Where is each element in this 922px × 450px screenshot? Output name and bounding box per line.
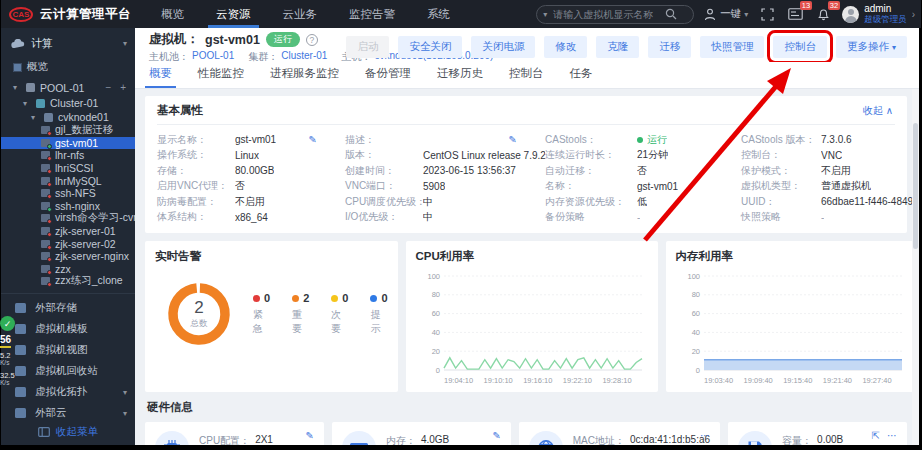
alarm-notifications-button[interactable]: 32	[814, 5, 832, 23]
expand-caret-icon[interactable]: ▾	[123, 409, 135, 418]
sidebar-item-overview[interactable]: 概览	[1, 57, 135, 77]
vm-tree-item[interactable]: zjk-server-02	[1, 237, 135, 250]
vm-icon	[41, 277, 50, 285]
vm-tree-item[interactable]: zjk-server-01	[1, 225, 135, 238]
expand-caret-icon[interactable]: ▾	[23, 99, 31, 108]
menu-item-概览[interactable]: 概览	[145, 0, 200, 28]
action-button-关闭电源[interactable]: 关闭电源	[471, 36, 535, 58]
property-row: VNC端口：5908	[345, 179, 545, 195]
search-scope-caret-icon[interactable]: ▾	[543, 10, 547, 19]
vm-tree-item[interactable]: ssh-nginx	[1, 200, 135, 213]
edit-pencil-icon[interactable]: ✎	[309, 134, 317, 145]
sidebar-item-虚拟机回收站[interactable]: 虚拟机回收站	[1, 361, 135, 382]
network-card[interactable]: MAC地址：0c:da:41:1d:b5:a6 IPv4地址：192.168.0…	[519, 422, 720, 445]
menu-item-云业务[interactable]: 云业务	[267, 0, 334, 28]
more-actions-icon[interactable]: ⋯	[700, 430, 710, 441]
vm-tree-item[interactable]: lhriSCSI	[1, 162, 135, 175]
tab-备份管理[interactable]: 备份管理	[365, 66, 411, 88]
sidebar-item-外部云[interactable]: 外部云▾	[1, 403, 135, 424]
collapse-menu-button[interactable]: 收起菜单	[1, 425, 135, 439]
action-button-更多操作[interactable]: 更多操作▾	[836, 36, 907, 58]
tab-任务[interactable]: 任务	[570, 66, 593, 88]
compute-section-header[interactable]: 计算 ▾	[1, 28, 135, 57]
action-button-迁移[interactable]: 迁移	[648, 36, 691, 58]
action-button-快照管理[interactable]: 快照管理	[700, 36, 764, 58]
vm-status-dot	[47, 270, 52, 275]
overview-grid-icon	[13, 63, 22, 72]
scrollbar-thumb[interactable]	[913, 123, 918, 249]
property-label: 启用VNC代理：	[157, 179, 235, 193]
vm-tree-item[interactable]: zzx	[1, 263, 135, 276]
console-button[interactable]: 控制台	[773, 36, 827, 58]
sidebar-item-icon	[15, 345, 26, 355]
sidebar-item-虚拟机视图[interactable]: 虚拟机视图	[1, 340, 135, 361]
compute-caret-icon[interactable]: ▾	[123, 39, 127, 48]
vm-name-label: gst-vm01	[55, 137, 98, 149]
fullscreen-button[interactable]	[758, 5, 776, 23]
overview-label: 概览	[27, 60, 48, 74]
sidebar-item-虚拟机模板[interactable]: 虚拟机模板	[1, 319, 135, 340]
collapse-section-link[interactable]: 收起 ∧	[863, 104, 893, 118]
one-key-action[interactable]: 一键 ▾	[704, 7, 748, 21]
vm-name-label: lhriSCSI	[55, 162, 94, 174]
menu-item-监控告警[interactable]: 监控告警	[333, 0, 411, 28]
more-actions-icon[interactable]: ⋯	[887, 430, 897, 441]
property-row: 启用VNC代理：否	[157, 179, 345, 195]
vm-tree-item[interactable]: gjl_数据迁移	[1, 124, 135, 137]
tab-进程服务监控[interactable]: 进程服务监控	[270, 66, 339, 88]
vm-tree-item[interactable]: gst-vm01	[1, 137, 135, 150]
tab-迁移历史[interactable]: 迁移历史	[437, 66, 483, 88]
edit-memory-icon[interactable]: ✎	[492, 430, 500, 441]
help-icon[interactable]: ?	[306, 34, 318, 46]
sidebar-item-虚拟化拓扑[interactable]: 虚拟化拓扑▾	[1, 382, 135, 403]
sidebar-item-外部存储[interactable]: 外部存储	[1, 298, 135, 319]
tree-node-cluster[interactable]: ▾ Cluster-01	[1, 96, 135, 110]
edit-cpu-icon[interactable]: ✎	[306, 430, 314, 441]
vm-search-box[interactable]: ▾	[536, 5, 694, 24]
search-icon[interactable]	[665, 8, 677, 20]
tree-node-pool[interactable]: ▾ POOL-01 − +	[1, 79, 135, 96]
search-input[interactable]	[553, 9, 665, 20]
tab-概要[interactable]: 概要	[149, 66, 172, 88]
memory-card[interactable]: 内存：4.0GB 内存利用率：10.84% ✎	[332, 422, 511, 445]
property-label: 内存资源优先级：	[545, 195, 637, 209]
action-button-修改[interactable]: 修改	[544, 36, 587, 58]
action-button-克隆[interactable]: 克隆	[596, 36, 639, 58]
vm-tree-item[interactable]: virsh命令学习-cvm环境	[1, 212, 135, 225]
tab-控制台[interactable]: 控制台	[509, 66, 544, 88]
memory-panel-title: 内存利用率	[676, 249, 908, 264]
property-row: CAStools：运行	[545, 132, 741, 148]
pool-label: POOL-01	[40, 82, 84, 94]
eject-media-icon[interactable]: ⇱	[872, 430, 880, 441]
tree-node-host[interactable]: ▾ cvknode01	[1, 110, 135, 124]
expand-caret-icon[interactable]: ▾	[13, 83, 21, 92]
legend-count: 0	[264, 292, 270, 304]
down-speed-unit: K/s	[0, 359, 10, 366]
expand-caret-icon[interactable]: ▾	[31, 113, 39, 122]
expand-caret-icon[interactable]: ▾	[123, 388, 135, 397]
menu-item-云资源[interactable]: 云资源	[200, 0, 267, 28]
overview-content: 基本属性 收起 ∧ 显示名称：gst-vm01✎操作系统：Linux存储：80.…	[135, 89, 912, 445]
property-label: 版本：	[345, 148, 423, 162]
user-menu[interactable]: admin 超级管理员 ›	[842, 4, 915, 24]
vm-tree-item[interactable]: lhrMySQL	[1, 174, 135, 187]
vm-name-label: lhrMySQL	[55, 175, 102, 187]
action-button-安全关闭[interactable]: 安全关闭	[398, 36, 462, 58]
vm-tree-item[interactable]: zzx练习_clone	[1, 275, 135, 288]
legend-dot-icon	[370, 295, 377, 302]
property-row: UUID：66dbae11-f446-4849-b95d-7...	[741, 194, 912, 210]
cpu-card[interactable]: CPU配置：2X1 CPU利用率：4.36% ✎	[145, 422, 324, 445]
vm-tree-item[interactable]: lhr-nfs	[1, 149, 135, 162]
tab-性能监控[interactable]: 性能监控	[198, 66, 244, 88]
content-scrollbar[interactable]	[912, 89, 919, 445]
one-key-label: 一键	[720, 7, 741, 21]
vm-icon	[41, 265, 50, 273]
topbar-right: ▾ 一键 ▾	[536, 4, 921, 24]
edit-pencil-icon[interactable]: ✎	[509, 134, 517, 145]
floppy-card[interactable]: 容量：0.00B 总线类型：FDC ⇱ ⋯	[728, 422, 907, 445]
task-center-button[interactable]: 13	[786, 5, 804, 23]
vm-tree-item[interactable]: ssh-NFS	[1, 187, 135, 200]
vm-tree-item[interactable]: zjk-server-nginx	[1, 250, 135, 263]
tree-zoom-controls[interactable]: − +	[106, 82, 135, 93]
menu-item-系统[interactable]: 系统	[411, 0, 466, 28]
